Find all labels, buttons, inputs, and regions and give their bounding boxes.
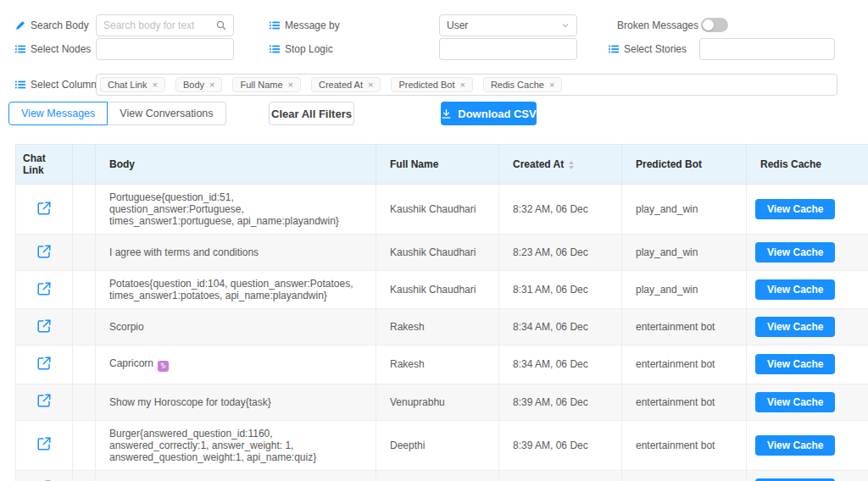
list-icon — [15, 44, 25, 54]
message-by-select[interactable]: User — [439, 14, 577, 36]
column-tag: Predicted Bot× — [391, 77, 472, 92]
view-messages-button[interactable]: View Messages — [8, 102, 108, 125]
table-row: I agree with terms and conditions Kaushi… — [16, 235, 868, 271]
remove-tag-icon[interactable]: × — [459, 80, 465, 90]
stop-logic-label: Stop Logic — [270, 38, 333, 60]
body-cell: Portuguese{question_id:51, question_answ… — [96, 185, 376, 235]
column-tag: Body× — [175, 77, 223, 92]
col-header-redis-cache: Redis Cache — [747, 145, 868, 185]
chat-link-icon[interactable] — [36, 356, 52, 371]
search-body-input[interactable]: Search body for text — [96, 14, 234, 36]
table-row: Capricorn♑ Rakesh 8:34 AM, 06 Dec entert… — [16, 346, 868, 384]
view-cache-button[interactable]: View Cache — [755, 478, 835, 481]
body-cell: Another Quote — [96, 470, 376, 481]
remove-tag-icon[interactable]: × — [209, 80, 214, 90]
message-by-label: Message by — [270, 14, 340, 36]
created-at-cell: 8:39 AM, 06 Dec — [499, 420, 622, 470]
clear-all-filters-button[interactable]: Clear All Filters — [269, 102, 354, 125]
view-cache-button[interactable]: View Cache — [755, 242, 835, 263]
body-cell: Scorpio — [96, 309, 376, 346]
list-icon — [270, 20, 280, 30]
messages-table: Chat Link Body Full Name Created At Pred… — [15, 144, 868, 481]
select-nodes-input[interactable] — [96, 38, 234, 60]
col-header-created-at[interactable]: Created At — [499, 145, 622, 185]
download-csv-button[interactable]: Download CSV — [441, 102, 537, 125]
remove-tag-icon[interactable]: × — [549, 80, 554, 90]
table-row: Show my Horoscope for today{task} Venupr… — [16, 384, 868, 420]
created-at-cell: 8:23 AM, 06 Dec — [499, 235, 622, 271]
chat-link-icon[interactable] — [36, 201, 52, 216]
table-row: Potatoes{question_id:104, question_answe… — [16, 271, 868, 309]
predicted-bot-cell: entertainment bot — [622, 346, 747, 384]
col-header-body: Body — [96, 145, 376, 185]
view-cache-button[interactable]: View Cache — [755, 199, 835, 219]
full-name-cell: Deepthi — [376, 420, 499, 470]
spacer-cell — [73, 185, 96, 235]
capricorn-emoji: ♑ — [158, 361, 169, 372]
spacer-cell — [73, 470, 96, 481]
view-cache-button[interactable]: View Cache — [755, 354, 835, 374]
body-cell: Capricorn♑ — [96, 346, 376, 384]
chat-link-icon[interactable] — [36, 244, 52, 259]
search-icon[interactable] — [216, 20, 226, 30]
select-columns-input[interactable]: Chat Link×Body×Full Name×Created At×Pred… — [96, 74, 837, 96]
view-conversations-button[interactable]: View Conversations — [107, 102, 225, 125]
chat-link-icon[interactable] — [36, 436, 52, 451]
full-name-cell: Venuprabhu — [376, 384, 499, 420]
pencil-icon — [15, 20, 25, 30]
table-row: Another Quote Asha Joshi 8:41 AM, 06 Dec… — [16, 470, 868, 481]
table-row: Scorpio Rakesh 8:34 AM, 06 Dec entertain… — [16, 309, 868, 346]
spacer-cell — [73, 420, 96, 470]
spacer-cell — [73, 271, 96, 309]
created-at-cell: 8:34 AM, 06 Dec — [499, 309, 622, 346]
col-header-full-name: Full Name — [376, 145, 499, 185]
sort-carets-icon[interactable] — [569, 161, 574, 169]
stop-logic-input[interactable] — [439, 38, 577, 60]
spacer-cell — [73, 309, 96, 346]
table-row: Portuguese{question_id:51, question_answ… — [16, 185, 868, 235]
table-header-row: Chat Link Body Full Name Created At Pred… — [16, 145, 868, 185]
created-at-cell: 8:32 AM, 06 Dec — [499, 185, 622, 235]
table-body: Portuguese{question_id:51, question_answ… — [16, 185, 868, 481]
col-header-chat-link: Chat Link — [16, 145, 73, 185]
predicted-bot-cell: play_and_win — [622, 185, 747, 235]
list-icon — [15, 80, 25, 90]
remove-tag-icon[interactable]: × — [368, 80, 373, 90]
col-header-predicted-bot: Predicted Bot — [622, 145, 747, 185]
column-tag: Redis Cache× — [483, 77, 562, 92]
chat-link-icon[interactable] — [36, 318, 52, 334]
full-name-cell: Kaushik Chaudhari — [376, 235, 499, 271]
view-cache-button[interactable]: View Cache — [755, 435, 835, 456]
full-name-cell: Rakesh — [376, 346, 499, 384]
messages-dashboard: Search Body Search body for text Message… — [0, 0, 868, 481]
predicted-bot-cell: play_and_win — [622, 235, 747, 271]
predicted-bot-cell: entertainment bot — [622, 384, 747, 420]
column-tag: Created At× — [311, 77, 381, 92]
full-name-cell: Kaushik Chaudhari — [376, 271, 499, 309]
table-row: Burger{answered_question_id:1160, answer… — [16, 420, 868, 470]
search-body-placeholder: Search body for text — [103, 19, 216, 31]
column-tag: Chat Link× — [100, 77, 165, 92]
created-at-cell: 8:41 AM, 06 Dec — [499, 470, 622, 481]
list-icon — [270, 44, 280, 54]
body-cell: Potatoes{question_id:104, question_answe… — [96, 271, 376, 309]
full-name-cell: Asha Joshi — [376, 470, 499, 481]
view-cache-button[interactable]: View Cache — [755, 279, 835, 300]
created-at-cell: 8:31 AM, 06 Dec — [499, 271, 622, 309]
view-cache-button[interactable]: View Cache — [755, 317, 835, 337]
spacer-cell — [73, 346, 96, 384]
select-stories-input[interactable] — [699, 38, 835, 60]
broken-messages-toggle[interactable] — [701, 18, 728, 32]
full-name-cell: Rakesh — [376, 309, 499, 346]
created-at-cell: 8:39 AM, 06 Dec — [499, 384, 622, 420]
chevron-down-icon — [561, 21, 570, 30]
col-header-spacer — [73, 145, 96, 185]
remove-tag-icon[interactable]: × — [288, 80, 293, 90]
chat-link-icon[interactable] — [36, 281, 52, 296]
remove-tag-icon[interactable]: × — [152, 80, 157, 90]
message-by-value: User — [447, 19, 561, 31]
view-cache-button[interactable]: View Cache — [755, 392, 835, 412]
predicted-bot-cell: entertainment bot — [622, 470, 747, 481]
chat-link-icon[interactable] — [36, 393, 52, 408]
predicted-bot-cell: entertainment bot — [622, 309, 747, 346]
